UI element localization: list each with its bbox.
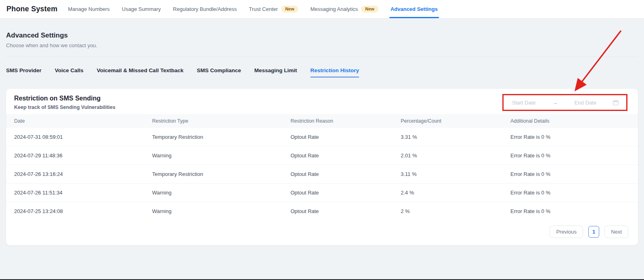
active-tab-underline: [310, 77, 359, 77]
nav-label: Regulatory Bundle/Address: [173, 6, 237, 12]
cell-restriction-reason: Optout Rate: [291, 165, 401, 184]
cell-percentage: 3.11 %: [401, 165, 510, 184]
nav-trust-center[interactable]: Trust Center New: [249, 0, 298, 18]
tab-voice-calls[interactable]: Voice Calls: [55, 67, 84, 77]
date-range-picker[interactable]: Start Date → End Date: [506, 96, 624, 109]
end-date-input[interactable]: End Date: [575, 100, 596, 106]
nav-regulatory-bundle-address[interactable]: Regulatory Bundle/Address: [173, 0, 237, 18]
nav-label: Trust Center: [249, 6, 278, 12]
page-heading-section: Advanced Settings Choose when and how we…: [0, 31, 644, 57]
nav-label: Advanced Settings: [391, 6, 438, 12]
cell-percentage: 2.4 %: [401, 184, 510, 202]
page-title: Advanced Settings: [6, 31, 638, 40]
col-additional-details: Additional Details: [510, 114, 638, 128]
panel-title: Restriction on SMS Sending: [14, 95, 115, 102]
pagination: Previous 1 Next: [6, 220, 638, 245]
cell-additional-details: Error Rate is 0 %: [510, 128, 638, 146]
table-row: 2024-07-29 11:48:36 Warning Optout Rate …: [6, 146, 638, 165]
start-date-input[interactable]: Start Date: [512, 100, 536, 106]
cell-date: 2024-07-26 11:51:34: [6, 184, 152, 202]
tab-sms-compliance[interactable]: SMS Compliance: [197, 67, 241, 77]
cell-restriction-type: Warning: [152, 202, 291, 221]
cell-percentage: 2.01 %: [401, 146, 510, 165]
nav-label: Messaging Analytics: [310, 6, 358, 12]
cell-restriction-type: Warning: [152, 184, 291, 202]
tab-sms-provider[interactable]: SMS Provider: [6, 67, 42, 77]
calendar-icon[interactable]: [613, 100, 619, 105]
date-range-wrap: Start Date → End Date: [506, 96, 624, 109]
top-navigation: Manage Numbers Usage Summary Regulatory …: [68, 0, 437, 18]
previous-page-button[interactable]: Previous: [550, 226, 583, 238]
col-date: Date: [6, 114, 152, 128]
col-restriction-type: Restriction Type: [152, 114, 291, 128]
cell-date: 2024-07-29 11:48:36: [6, 146, 152, 165]
page-subtitle: Choose when and how we contact you.: [6, 42, 638, 48]
tab-label: SMS Provider: [6, 67, 42, 73]
table-row: 2024-07-31 08:59:01 Temporary Restrictio…: [6, 128, 638, 146]
cell-restriction-type: Warning: [152, 146, 291, 165]
cell-percentage: 3.31 %: [401, 128, 510, 146]
nav-manage-numbers[interactable]: Manage Numbers: [68, 0, 109, 18]
nav-advanced-settings[interactable]: Advanced Settings: [391, 0, 438, 18]
cell-additional-details: Error Rate is 0 %: [510, 184, 638, 202]
table-row: 2024-07-26 13:16:24 Temporary Restrictio…: [6, 165, 638, 184]
tab-restriction-history[interactable]: Restriction History: [310, 67, 359, 77]
new-badge: New: [281, 6, 299, 13]
cell-percentage: 2 %: [401, 202, 510, 221]
restriction-history-panel: Restriction on SMS Sending Keep track of…: [6, 89, 638, 245]
tab-label: Messaging Limit: [254, 67, 297, 73]
nav-usage-summary[interactable]: Usage Summary: [122, 0, 161, 18]
cell-restriction-type: Temporary Restriction: [152, 165, 291, 184]
cell-restriction-reason: Optout Rate: [291, 128, 401, 146]
restriction-table: Date Restriction Type Restriction Reason…: [6, 114, 638, 220]
tab-label: SMS Compliance: [197, 67, 241, 73]
tab-label: Voicemail & Missed Call Textback: [97, 67, 184, 73]
cell-additional-details: Error Rate is 0 %: [510, 202, 638, 221]
nav-label: Usage Summary: [122, 6, 161, 12]
table-row: 2024-07-25 13:24:08 Warning Optout Rate …: [6, 202, 638, 221]
tab-label: Restriction History: [310, 67, 359, 73]
panel-header: Restriction on SMS Sending Keep track of…: [6, 89, 638, 114]
range-arrow-icon: →: [552, 99, 558, 106]
tab-messaging-limit[interactable]: Messaging Limit: [254, 67, 297, 77]
app-title: Phone System: [6, 5, 57, 13]
table-header-row: Date Restriction Type Restriction Reason…: [6, 114, 638, 128]
col-restriction-reason: Restriction Reason: [291, 114, 401, 128]
new-badge: New: [361, 6, 378, 13]
cell-additional-details: Error Rate is 0 %: [510, 165, 638, 184]
col-percentage-count: Percentage/Count: [401, 114, 510, 128]
cell-additional-details: Error Rate is 0 %: [510, 146, 638, 165]
active-nav-underline: [389, 17, 439, 18]
nav-messaging-analytics[interactable]: Messaging Analytics New: [310, 0, 378, 18]
section-divider: [6, 56, 638, 57]
page-number-button[interactable]: 1: [588, 226, 599, 238]
panel-subtitle: Keep track of SMS Sending Vulnerabilitie…: [14, 104, 115, 110]
settings-tabs: SMS Provider Voice Calls Voicemail & Mis…: [6, 67, 638, 77]
panel-titles: Restriction on SMS Sending Keep track of…: [14, 95, 115, 110]
tab-label: Voice Calls: [55, 67, 84, 73]
next-page-button[interactable]: Next: [604, 226, 628, 238]
cell-restriction-type: Temporary Restriction: [152, 128, 291, 146]
table-row: 2024-07-26 11:51:34 Warning Optout Rate …: [6, 184, 638, 202]
cell-restriction-reason: Optout Rate: [291, 202, 401, 221]
nav-label: Manage Numbers: [68, 6, 109, 12]
cell-date: 2024-07-26 13:16:24: [6, 165, 152, 184]
cell-restriction-reason: Optout Rate: [291, 146, 401, 165]
top-header: Phone System Manage Numbers Usage Summar…: [0, 0, 644, 19]
cell-restriction-reason: Optout Rate: [291, 184, 401, 202]
cell-date: 2024-07-31 08:59:01: [6, 128, 152, 146]
cell-date: 2024-07-25 13:24:08: [6, 202, 152, 221]
tab-voicemail-missed-call-textback[interactable]: Voicemail & Missed Call Textback: [97, 67, 184, 77]
